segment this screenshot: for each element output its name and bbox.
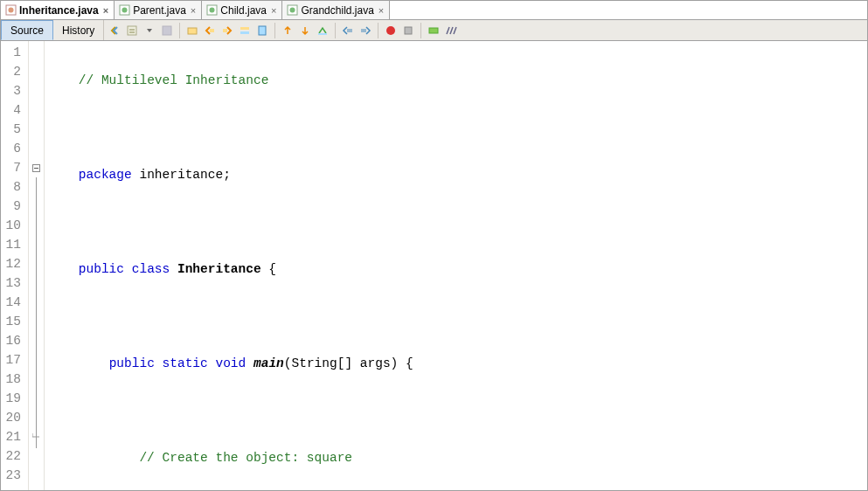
- code-comment: // Multilevel Inheritance: [79, 73, 269, 87]
- line-number: 11: [1, 235, 28, 254]
- code-text: {: [261, 262, 276, 276]
- save-icon[interactable]: [160, 24, 174, 38]
- svg-rect-16: [318, 33, 327, 35]
- java-class-icon: [286, 4, 298, 17]
- line-number: 6: [1, 139, 28, 158]
- line-number: 19: [1, 389, 28, 408]
- code-method: main: [253, 356, 284, 370]
- line-number: 5: [1, 120, 28, 139]
- svg-rect-9: [163, 26, 171, 35]
- macro-record-icon[interactable]: [384, 24, 398, 38]
- line-number: 12: [1, 254, 28, 273]
- macro-stop-icon[interactable]: [401, 24, 415, 38]
- shift-right-icon[interactable]: [358, 24, 372, 38]
- line-number: 3: [1, 81, 28, 100]
- shift-left-icon[interactable]: [341, 24, 355, 38]
- code-keyword: void: [215, 356, 246, 370]
- tab-label: Inheritance.java: [19, 4, 99, 17]
- find-selection-icon[interactable]: [185, 24, 199, 38]
- line-gutter: 1234567891011121314151617181920212223: [1, 41, 29, 490]
- toggle-bookmark2-icon[interactable]: [316, 24, 330, 38]
- code-keyword: static: [163, 356, 208, 370]
- code-editor[interactable]: 1234567891011121314151617181920212223 //…: [1, 41, 867, 490]
- uncomment-icon[interactable]: [444, 24, 458, 38]
- line-number: 7: [1, 158, 28, 177]
- svg-point-1: [8, 8, 13, 13]
- editor-toolbar-row: Source History: [1, 20, 867, 41]
- svg-point-5: [209, 8, 214, 13]
- forward-icon[interactable]: [125, 24, 139, 38]
- svg-rect-19: [429, 28, 438, 33]
- source-tab[interactable]: Source: [1, 20, 53, 40]
- line-number: 4: [1, 100, 28, 120]
- code-keyword: public: [79, 262, 124, 276]
- line-number: 18: [1, 370, 28, 389]
- history-tab[interactable]: History: [53, 20, 104, 40]
- line-number: 16: [1, 331, 28, 350]
- line-number: 21: [1, 427, 28, 446]
- close-icon[interactable]: ×: [377, 5, 385, 16]
- file-tabs: Inheritance.java × Parent.java × Child.j…: [1, 1, 867, 20]
- separator: [420, 23, 421, 38]
- code-keyword: public: [109, 356, 155, 370]
- svg-rect-15: [259, 26, 266, 35]
- line-number: 15: [1, 312, 28, 331]
- separator: [335, 23, 336, 38]
- editor-toolbar: [104, 23, 462, 38]
- separator: [274, 23, 275, 38]
- back-icon[interactable]: [108, 24, 122, 38]
- code-comment: // Create the object: square: [139, 451, 352, 465]
- find-next-icon[interactable]: [220, 24, 234, 38]
- svg-point-3: [122, 8, 127, 13]
- close-icon[interactable]: ×: [101, 5, 110, 16]
- svg-rect-11: [210, 29, 214, 32]
- line-number: 8: [1, 177, 28, 197]
- svg-rect-8: [128, 26, 136, 35]
- line-number: 2: [1, 62, 28, 81]
- close-icon[interactable]: ×: [269, 5, 278, 16]
- tab-parent[interactable]: Parent.java ×: [115, 1, 202, 19]
- toggle-bookmark-icon[interactable]: [255, 24, 269, 38]
- dropdown-icon[interactable]: [142, 24, 156, 38]
- line-number: 17: [1, 350, 28, 370]
- code-text: inheritance;: [132, 168, 231, 182]
- code-text: (String[] args) {: [284, 356, 413, 370]
- svg-rect-14: [240, 31, 249, 34]
- code-keyword: package: [79, 168, 132, 182]
- line-number: 22: [1, 446, 28, 466]
- separator: [378, 23, 378, 38]
- separator: [179, 23, 180, 38]
- fold-toggle-icon[interactable]: [29, 158, 44, 177]
- code-keyword: class: [132, 262, 170, 276]
- svg-rect-18: [405, 27, 412, 34]
- svg-rect-10: [188, 28, 197, 34]
- svg-point-7: [289, 8, 295, 13]
- java-file-icon: [4, 4, 17, 17]
- svg-rect-12: [223, 29, 227, 32]
- line-number: 14: [1, 293, 28, 312]
- line-number: 10: [1, 216, 28, 235]
- tab-label: Parent.java: [133, 4, 186, 17]
- line-number: 23: [1, 466, 28, 485]
- fold-column: [29, 41, 45, 490]
- next-bookmark-icon[interactable]: [298, 24, 312, 38]
- line-number: 9: [1, 197, 28, 216]
- java-class-icon: [118, 4, 130, 17]
- tab-grandchild[interactable]: Grandchild.java ×: [282, 1, 390, 19]
- toggle-highlight-icon[interactable]: [238, 24, 252, 38]
- code-area[interactable]: // Multilevel Inheritance package inheri…: [45, 41, 867, 490]
- close-icon[interactable]: ×: [189, 5, 198, 16]
- svg-rect-13: [240, 27, 249, 30]
- svg-point-17: [386, 26, 395, 35]
- comment-icon[interactable]: [427, 24, 441, 38]
- line-number: 1: [1, 43, 28, 62]
- find-prev-icon[interactable]: [203, 24, 217, 38]
- code-classname: Inheritance: [177, 262, 261, 276]
- tab-label: Child.java: [220, 4, 267, 17]
- line-number: 20: [1, 408, 28, 427]
- prev-bookmark-icon[interactable]: [281, 24, 295, 38]
- tab-child[interactable]: Child.java ×: [202, 1, 282, 19]
- tab-label: Grandchild.java: [301, 4, 373, 17]
- java-class-icon: [205, 4, 218, 17]
- tab-inheritance[interactable]: Inheritance.java ×: [1, 1, 115, 19]
